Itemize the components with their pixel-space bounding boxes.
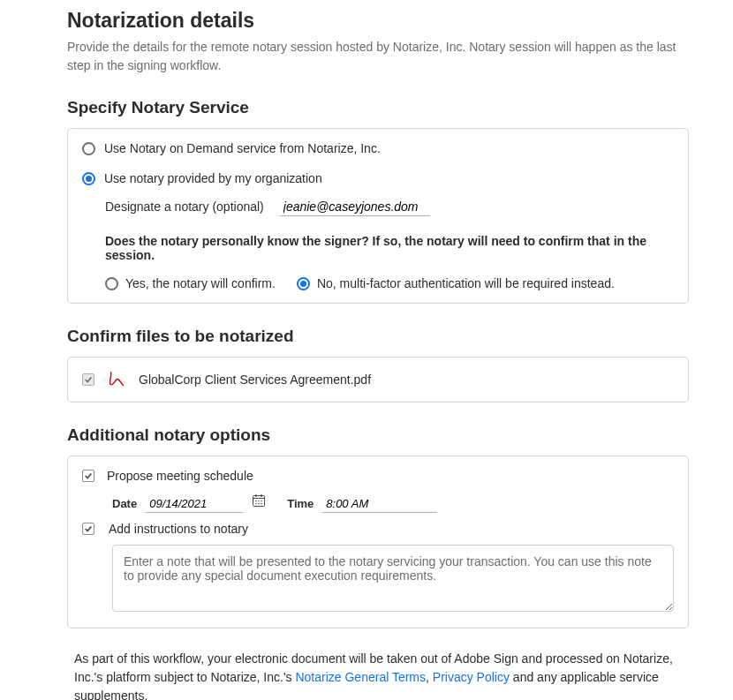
designate-label: Designate a notary (optional)	[105, 199, 264, 214]
radio-know-no[interactable]	[297, 277, 310, 290]
confirm-panel: GlobalCorp Client Services Agreement.pdf	[67, 357, 689, 403]
file-checkbox[interactable]	[82, 373, 94, 386]
date-input[interactable]	[146, 495, 243, 513]
date-label: Date	[112, 497, 137, 510]
calendar-icon[interactable]	[252, 493, 266, 508]
instructions-textarea[interactable]	[112, 545, 674, 612]
specify-heading: Specify Notary Service	[67, 98, 689, 117]
svg-point-6	[261, 501, 262, 502]
radio-know-no-label: No, multi-factor authentication will be …	[317, 276, 615, 290]
pdf-icon	[107, 370, 126, 389]
propose-checkbox[interactable]	[82, 470, 94, 482]
additional-heading: Additional notary options	[67, 425, 689, 445]
radio-know-yes[interactable]	[105, 277, 118, 290]
link-notarize-terms[interactable]: Notarize General Terms	[295, 670, 426, 684]
radio-notary-my-org[interactable]	[82, 172, 95, 185]
instructions-label: Add instructions to notary	[109, 522, 248, 536]
designate-input[interactable]	[280, 198, 430, 216]
link-privacy-policy[interactable]: Privacy Policy	[433, 670, 510, 684]
svg-point-5	[258, 501, 260, 502]
additional-panel: Propose meeting schedule Date Time Add i…	[67, 455, 689, 628]
svg-point-4	[255, 501, 257, 502]
radio-notary-my-org-label: Use notary provided by my organization	[104, 171, 322, 185]
confirm-heading: Confirm files to be notarized	[67, 327, 689, 346]
page-title: Notarization details	[67, 9, 689, 33]
propose-label: Propose meeting schedule	[107, 469, 253, 483]
page-subtitle: Provide the details for the remote notar…	[67, 38, 689, 75]
checkmark-icon	[84, 471, 93, 480]
svg-point-9	[261, 503, 262, 505]
specify-panel: Use Notary on Demand service from Notari…	[67, 128, 689, 304]
time-label: Time	[287, 497, 314, 510]
radio-know-yes-label: Yes, the notary will confirm.	[125, 276, 276, 290]
radio-notary-on-demand[interactable]	[82, 142, 95, 155]
svg-point-7	[255, 503, 257, 505]
file-name: GlobalCorp Client Services Agreement.pdf	[139, 373, 371, 387]
svg-point-8	[258, 503, 260, 505]
checkmark-icon	[84, 375, 93, 384]
instructions-checkbox[interactable]	[82, 523, 94, 535]
checkmark-icon	[84, 524, 93, 533]
radio-notary-on-demand-label: Use Notary on Demand service from Notari…	[104, 141, 381, 155]
time-input[interactable]	[322, 495, 437, 513]
know-question: Does the notary personally know the sign…	[105, 234, 674, 262]
footer-text: As part of this workflow, your electroni…	[67, 650, 689, 700]
